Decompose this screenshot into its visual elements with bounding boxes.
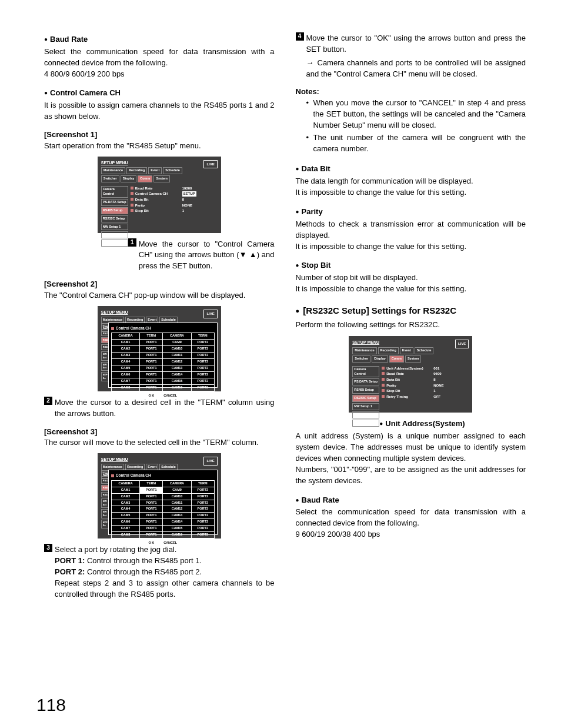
heading-baud-rate-2: Baud Rate — [296, 495, 526, 506]
screenshot-1: SETUP MENU LIVE Maintenance Recording Ev… — [98, 157, 221, 233]
bottom-tabs: Switcher Display Comm System — [101, 175, 218, 182]
sidebar: Camera Control PS.DATA Setup RS485 Setup… — [101, 186, 128, 248]
text: The "Control Camera CH" pop-up window wi… — [44, 290, 275, 301]
step-4: 4 Move the cursor to "OK" using the arro… — [296, 33, 526, 55]
label-screenshot2: [Screenshot 2] — [44, 279, 275, 290]
popup: Control Camera CH CAMERATERMCAMERATERM C… — [108, 323, 218, 388]
heading-stop-bit: Stop Bit — [296, 260, 526, 271]
heading-parity: Parity — [296, 207, 526, 218]
kv-list: Baud Rate19200 Control Camera CHSETUP Da… — [131, 186, 218, 214]
step-num: 1 — [128, 238, 136, 247]
note-1: •When you move the cursor to "CANCEL" in… — [306, 98, 526, 154]
heading-unit-address: Unit Address(System) — [296, 418, 526, 430]
heading-baud-rate: Baud Rate — [44, 34, 275, 45]
text: Select the communication speed for data … — [44, 46, 275, 69]
notes-heading: Notes: — [296, 87, 526, 98]
label-screenshot3: [Screenshot 3] — [44, 427, 275, 438]
text: The cursor will move to the selected cel… — [44, 437, 275, 448]
live-badge: LIVE — [203, 160, 217, 169]
heading-data-bit: Data Bit — [296, 164, 526, 175]
screenshot-3: SETUP MENU LIVE MaintenanceRecordingEven… — [98, 453, 221, 538]
shot-title: SETUP MENU — [101, 161, 128, 165]
text: It is possible to assign camera channels… — [44, 100, 275, 122]
step-3: 3 Select a port by rotating the jog dial… — [44, 544, 275, 600]
two-column-layout: Baud Rate Select the communication speed… — [44, 29, 526, 600]
heading-rs232c: [RS232C Setup] Settings for RS232C — [296, 304, 526, 317]
step-4-result: Camera channels and ports to be controll… — [306, 58, 526, 80]
page-number: 118 — [36, 692, 66, 718]
right-column: 4 Move the cursor to "OK" using the arro… — [296, 29, 526, 600]
text: 4 800/9 600/19 200 bps — [44, 69, 275, 80]
heading-control-camera-ch: Control Camera CH — [44, 88, 275, 99]
top-tabs: Maintenance Recording Event Schedule — [101, 167, 218, 174]
label-screenshot1: [Screenshot 1] — [44, 129, 275, 141]
text: Start operation from the "RS485 Setup" m… — [44, 141, 275, 152]
step-1: 1 Move the cursor to "Control Camera CH"… — [128, 239, 275, 272]
screenshot-2: SETUP MENU LIVE MaintenanceRecordingEven… — [98, 306, 221, 391]
screenshot-rs232c: SETUP MENU LIVE MaintenanceRecordingEven… — [349, 336, 472, 413]
left-column: Baud Rate Select the communication speed… — [44, 29, 275, 600]
camera-table: CAMERATERMCAMERATERM CAM1PORT1CAM9PORT2 … — [111, 333, 215, 391]
